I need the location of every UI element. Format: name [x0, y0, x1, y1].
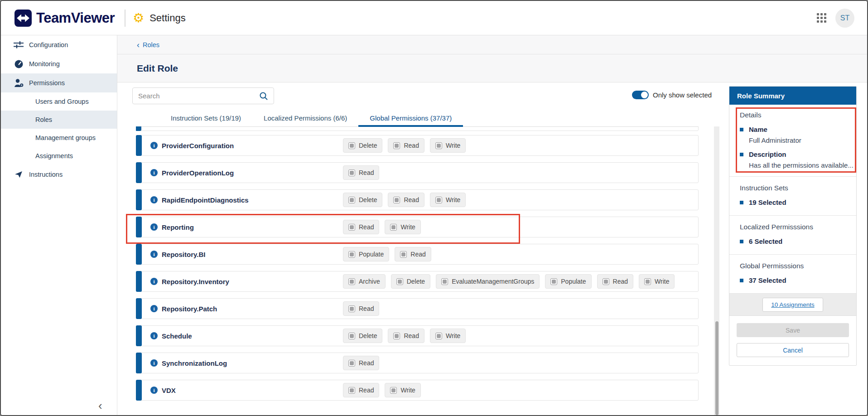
- info-icon[interactable]: i: [150, 278, 158, 285]
- summary-section-heading: Global Permisssions: [740, 262, 849, 270]
- sidebar-collapse-chevron[interactable]: ‹: [98, 400, 102, 411]
- checkbox-icon: [348, 278, 355, 285]
- sidebar-item-roles[interactable]: Roles: [1, 111, 117, 129]
- paper-plane-icon: [14, 170, 24, 179]
- action-chip-read[interactable]: Read: [388, 193, 424, 207]
- app-window: TeamViewer ⚙ Settings ST ConfigurationMo…: [0, 0, 868, 416]
- info-icon[interactable]: i: [150, 387, 158, 394]
- info-icon[interactable]: i: [150, 142, 158, 149]
- partial-permission-row: [136, 126, 699, 131]
- checkbox-icon: [644, 278, 651, 285]
- search-icon[interactable]: [259, 92, 268, 101]
- cancel-button[interactable]: Cancel: [737, 343, 849, 357]
- action-chip-label: Read: [613, 278, 628, 285]
- action-chip-populate[interactable]: Populate: [545, 274, 591, 289]
- action-chip-populate[interactable]: Populate: [343, 247, 389, 261]
- row-accent-bar: [136, 135, 142, 156]
- action-chip-read[interactable]: Read: [343, 220, 379, 234]
- action-chip-read[interactable]: Read: [388, 138, 424, 153]
- action-chip-read[interactable]: Read: [388, 329, 424, 343]
- action-chip-delete[interactable]: Delete: [343, 138, 382, 153]
- action-chip-label: Read: [359, 359, 374, 367]
- permission-actions: Read: [343, 356, 379, 370]
- action-chip-write[interactable]: Write: [430, 138, 466, 153]
- action-chip-read[interactable]: Read: [395, 247, 431, 261]
- sidebar-item-label: Management groups: [35, 134, 96, 141]
- sidebar-item-label: Permissions: [29, 79, 65, 87]
- info-icon[interactable]: i: [150, 223, 158, 231]
- action-chip-read[interactable]: Read: [343, 383, 379, 397]
- action-chip-label: Write: [655, 278, 669, 285]
- search-input[interactable]: [133, 92, 259, 100]
- action-chip-evaluatemanagementgroups[interactable]: EvaluateManagementGroups: [436, 274, 540, 289]
- sidebar-item-instructions[interactable]: Instructions: [1, 165, 117, 184]
- sidebar-item-assignments[interactable]: Assignments: [1, 147, 117, 165]
- permission-name: RapidEndpointDiagnostics: [162, 196, 249, 204]
- row-accent-bar: [136, 298, 142, 319]
- action-chip-delete[interactable]: Delete: [343, 193, 382, 207]
- info-icon[interactable]: i: [150, 305, 158, 312]
- action-chip-read[interactable]: Read: [343, 301, 379, 316]
- info-icon[interactable]: i: [150, 196, 158, 203]
- app-launcher-icon[interactable]: [817, 13, 826, 23]
- sidebar-item-management-groups[interactable]: Management groups: [1, 129, 117, 147]
- avatar[interactable]: ST: [835, 9, 854, 28]
- action-chip-write[interactable]: Write: [385, 220, 420, 234]
- scrollbar[interactable]: [714, 126, 719, 415]
- only-show-selected-toggle[interactable]: [632, 91, 649, 99]
- checkbox-icon: [603, 278, 609, 285]
- checkbox-icon: [390, 387, 397, 394]
- sidebar-item-monitoring[interactable]: Monitoring: [1, 54, 117, 73]
- permission-name: Schedule: [162, 332, 192, 340]
- checkbox-icon: [441, 278, 448, 285]
- permission-actions: DeleteReadWrite: [343, 329, 466, 343]
- info-icon[interactable]: i: [150, 332, 158, 339]
- summary-section-value: 19 Selected: [749, 198, 786, 206]
- save-button[interactable]: Save: [737, 323, 849, 337]
- brand-wordmark: TeamViewer: [36, 10, 115, 26]
- action-chip-write[interactable]: Write: [430, 329, 466, 343]
- tab-localized-permissions-6-6-[interactable]: Localized Permissions (6/6): [252, 110, 358, 126]
- tab-global-permissions-37-37-[interactable]: Global Permissions (37/37): [358, 110, 463, 126]
- action-chip-write[interactable]: Write: [639, 274, 675, 289]
- action-chip-read[interactable]: Read: [343, 165, 379, 180]
- row-accent-bar: [136, 271, 142, 292]
- checkbox-icon: [348, 360, 355, 367]
- role-summary-panel: Role Summary Details Name Full Administr…: [729, 86, 857, 366]
- info-icon[interactable]: i: [150, 359, 158, 367]
- checkbox-icon: [396, 278, 403, 285]
- assignments-button[interactable]: 10 Assignments: [762, 298, 823, 312]
- permission-row-vdx: iVDXReadWrite: [136, 380, 699, 401]
- permission-name: ProviderConfiguration: [162, 142, 234, 150]
- action-chip-label: Archive: [359, 278, 380, 285]
- permission-name: Reporting: [162, 223, 194, 231]
- sidebar-item-label: Roles: [35, 116, 52, 123]
- sidebar-item-permissions[interactable]: Permissions: [1, 73, 117, 92]
- tab-instruction-sets-19-19-[interactable]: Instruction Sets (19/19): [159, 110, 252, 126]
- info-icon[interactable]: i: [150, 251, 158, 258]
- sidebar-item-configuration[interactable]: Configuration: [1, 35, 117, 54]
- action-chip-label: Read: [404, 332, 419, 339]
- action-chip-delete[interactable]: Delete: [343, 329, 382, 343]
- info-icon[interactable]: i: [150, 169, 158, 176]
- action-chip-label: Delete: [407, 278, 425, 285]
- permission-row-repository-patch: iRepository.PatchRead: [136, 298, 699, 319]
- row-accent-bar: [136, 162, 142, 183]
- action-chip-archive[interactable]: Archive: [343, 274, 386, 289]
- action-chip-read[interactable]: Read: [597, 274, 633, 289]
- summary-section-instruction-sets: Instruction Sets19 Selected: [729, 177, 856, 216]
- details-section: Details Name Full Administrator Descript…: [729, 105, 856, 177]
- role-summary-header: Role Summary: [729, 87, 856, 105]
- action-chip-delete[interactable]: Delete: [391, 274, 430, 289]
- checkbox-icon: [348, 305, 355, 312]
- action-chip-write[interactable]: Write: [385, 383, 420, 397]
- sidebar: ConfigurationMonitoringPermissionsUsers …: [1, 35, 117, 415]
- action-chip-read[interactable]: Read: [343, 356, 379, 370]
- scrollbar-thumb[interactable]: [715, 321, 719, 415]
- action-chip-write[interactable]: Write: [430, 193, 466, 207]
- summary-section-heading: Localized Permisssions: [740, 223, 849, 231]
- checkbox-icon: [348, 142, 355, 149]
- sidebar-item-users-and-groups[interactable]: Users and Groups: [1, 92, 117, 111]
- action-chip-label: Write: [446, 196, 460, 203]
- breadcrumb-back-link[interactable]: ‹ Roles: [137, 41, 159, 49]
